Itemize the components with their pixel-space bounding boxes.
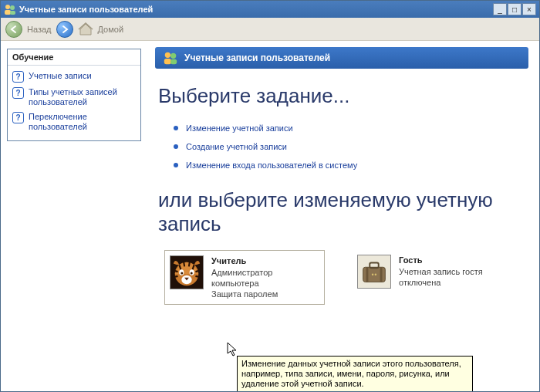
window-buttons: _ □ ×: [492, 3, 536, 15]
sidebar-heading: Обучение: [8, 49, 140, 66]
forward-button[interactable]: [56, 21, 73, 38]
svg-point-1: [10, 5, 15, 10]
svg-point-21: [375, 274, 376, 275]
users-icon: [163, 50, 178, 66]
svg-rect-2: [5, 10, 11, 15]
maximize-button[interactable]: □: [508, 3, 521, 15]
back-label: Назад: [27, 25, 52, 34]
sidebar-item-accounts[interactable]: ? Учетные записи: [12, 69, 136, 85]
task-change-account[interactable]: Изменение учетной записи: [174, 119, 528, 137]
task-label: Создание учетной записи: [186, 142, 287, 151]
home-icon[interactable]: [78, 22, 93, 36]
task-create-account[interactable]: Создание учетной записи: [174, 137, 528, 156]
content-header: Учетные записи пользователей: [155, 47, 528, 69]
avatar-tiger: [170, 255, 204, 289]
window-title: Учетные записи пользователей: [19, 5, 492, 14]
account-status: Учетная запись гостя отключена: [399, 266, 487, 288]
page-title: Выберите задание...: [158, 84, 528, 108]
sidebar-item-switch-users[interactable]: ? Переключение пользователей: [12, 110, 136, 134]
svg-rect-18: [366, 268, 369, 282]
account-name: Учитель: [211, 255, 316, 266]
sidebar-item-label: Учетные записи: [29, 71, 92, 81]
home-label: Домой: [98, 25, 124, 34]
task-label: Изменение входа пользователей в систему: [186, 161, 357, 170]
svg-point-20: [372, 274, 373, 275]
task-list: Изменение учетной записи Создание учетно…: [174, 119, 528, 174]
titlebar: Учетные записи пользователей _ □ ×: [1, 1, 539, 18]
account-role: Администратор компьютера: [211, 267, 316, 289]
close-button[interactable]: ×: [522, 3, 536, 15]
bullet-icon: [174, 163, 178, 167]
bullet-icon: [174, 126, 178, 130]
svg-rect-3: [10, 11, 15, 15]
svg-point-5: [170, 53, 176, 59]
sidebar-item-account-types[interactable]: ? Типы учетных записей пользователей: [12, 85, 136, 110]
account-name: Гость: [399, 255, 487, 265]
sidebar-item-label: Типы учетных записей пользователей: [29, 87, 136, 107]
tooltip: Изменение данных учетной записи этого по…: [237, 356, 473, 391]
users-icon: [4, 3, 16, 15]
sidebar-item-label: Переключение пользователей: [29, 112, 136, 132]
window: Учетные записи пользователей _ □ × Назад…: [0, 0, 540, 392]
main: Учетные записи пользователей Выберите за…: [147, 41, 539, 391]
sidebar-panel: Обучение ? Учетные записи ? Типы учетных…: [7, 49, 141, 141]
sidebar-links: ? Учетные записи ? Типы учетных записей …: [8, 66, 140, 140]
svg-rect-19: [380, 268, 383, 282]
navbar: Назад Домой: [1, 18, 539, 41]
svg-point-4: [165, 52, 170, 58]
help-icon: ?: [12, 87, 24, 99]
svg-rect-6: [164, 59, 171, 64]
sidebar: Обучение ? Учетные записи ? Типы учетных…: [1, 41, 147, 391]
svg-rect-7: [170, 59, 177, 64]
account-teacher[interactable]: Учитель Администратор компьютера Защита …: [164, 250, 325, 305]
svg-point-13: [191, 272, 193, 275]
content-header-title: Учетные записи пользователей: [184, 52, 330, 63]
accounts-heading: или выберите изменяемую учетную запись: [158, 188, 528, 236]
account-status: Защита паролем: [211, 289, 316, 299]
account-text: Гость Учетная запись гостя отключена: [399, 255, 487, 288]
account-text: Учитель Администратор компьютера Защита …: [211, 255, 316, 299]
help-icon: ?: [12, 71, 24, 83]
task-change-logon[interactable]: Изменение входа пользователей в систему: [174, 156, 528, 174]
account-guest[interactable]: Гость Учетная запись гостя отключена: [353, 250, 491, 305]
avatar-suitcase: [357, 255, 391, 289]
back-button[interactable]: [5, 21, 22, 38]
svg-point-12: [181, 272, 183, 275]
body: Обучение ? Учетные записи ? Типы учетных…: [1, 41, 539, 391]
svg-point-0: [5, 5, 10, 9]
bullet-icon: [174, 144, 178, 149]
help-icon: ?: [12, 112, 24, 123]
task-label: Изменение учетной записи: [186, 123, 293, 133]
accounts-list: Учитель Администратор компьютера Защита …: [164, 250, 528, 305]
minimize-button[interactable]: _: [493, 3, 507, 15]
